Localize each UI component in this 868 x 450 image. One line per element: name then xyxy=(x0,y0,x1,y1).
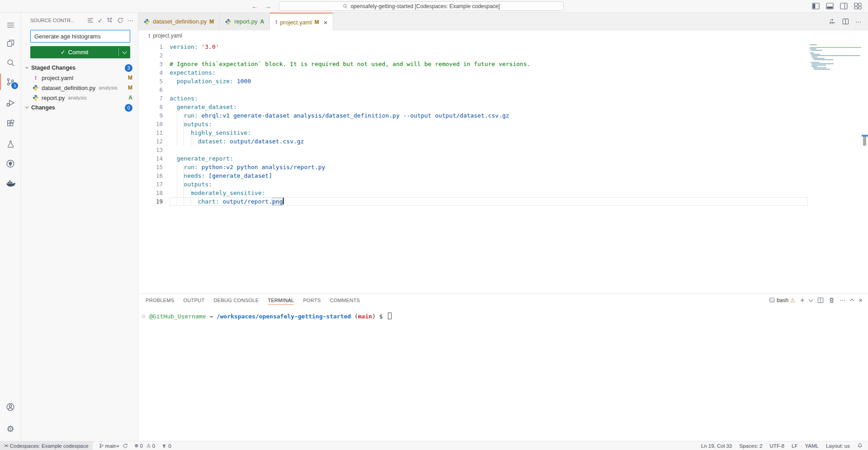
source-control-icon[interactable]: 3 xyxy=(0,73,21,91)
line-number-gutter: 12345678910111213141516171819 xyxy=(138,43,163,206)
editor-tab-project.yaml[interactable]: !project.yamlM× xyxy=(270,13,333,31)
overview-ruler-thumb[interactable] xyxy=(863,137,866,146)
back-arrow-icon[interactable]: ← xyxy=(248,2,261,10)
code-line-8[interactable]: generate_dataset: xyxy=(170,103,808,111)
customize-layout-icon[interactable] xyxy=(854,3,862,9)
commit-check-icon[interactable]: ✓ xyxy=(98,17,103,24)
code-line-2[interactable] xyxy=(170,51,808,60)
settings-gear-icon[interactable]: ⚙ xyxy=(0,420,21,438)
more-actions-icon[interactable]: ⋯ xyxy=(127,17,133,24)
code-line-16[interactable]: needs: [generate_dataset] xyxy=(170,171,808,180)
code-line-17[interactable]: outputs: xyxy=(170,180,808,189)
extensions-icon[interactable] xyxy=(0,114,21,133)
code-line-14[interactable]: generate_report: xyxy=(170,154,808,163)
scm-file-row[interactable]: dataset_definition.pyanalysisM xyxy=(21,83,138,93)
kill-terminal-icon[interactable] xyxy=(829,297,835,303)
commit-message-input[interactable] xyxy=(30,30,130,43)
github-icon[interactable] xyxy=(0,155,21,173)
docker-icon[interactable] xyxy=(0,174,21,192)
code-line-4[interactable]: expectations: xyxy=(170,68,808,77)
open-changes-icon[interactable] xyxy=(829,18,836,25)
scm-group-header[interactable]: Changes0 xyxy=(21,103,138,113)
editor-tab-dataset_definition.py[interactable]: dataset_definition.pyM xyxy=(138,13,220,30)
branch-status-item[interactable]: main+ xyxy=(99,443,128,449)
source-control-badge: 3 xyxy=(11,82,18,89)
close-tab-icon[interactable]: × xyxy=(324,19,328,26)
editor-tab-report.py[interactable]: report.pyA xyxy=(220,13,270,30)
view-as-list-icon[interactable] xyxy=(87,18,94,23)
testing-icon[interactable] xyxy=(0,135,21,153)
split-terminal-icon[interactable] xyxy=(817,297,824,303)
scm-file-row[interactable]: report.pyanalysisA xyxy=(21,93,138,103)
python-file-icon xyxy=(144,19,150,25)
toggle-secondary-sidebar-icon[interactable] xyxy=(840,3,848,9)
code-line-15[interactable]: run: python:v2 python analysis/report.py xyxy=(170,163,808,171)
code-content[interactable]: version: '3.0'# Ignore this`expectation`… xyxy=(170,43,808,206)
magnifier-icon xyxy=(343,4,348,9)
status-item-lf[interactable]: LF xyxy=(792,443,797,449)
code-line-7[interactable]: actions: xyxy=(170,94,808,103)
shell-warning-icon: ⚠ xyxy=(790,297,795,303)
commit-button[interactable]: ✓ Commit xyxy=(30,46,130,58)
forward-arrow-icon[interactable]: → xyxy=(261,2,274,10)
breadcrumb[interactable]: ! project.yaml xyxy=(138,30,868,41)
status-item-layout[interactable]: Layout: us xyxy=(826,443,850,449)
ports-status-item[interactable]: 0 xyxy=(161,443,171,449)
search-icon[interactable] xyxy=(0,53,21,71)
terminal-cursor xyxy=(388,313,392,319)
create-branch-icon[interactable] xyxy=(107,17,113,24)
code-line-9[interactable]: run: ehrql:v1 generate-dataset analysis/… xyxy=(170,111,808,120)
status-item-yaml[interactable]: YAML xyxy=(805,443,818,449)
python-file-icon xyxy=(32,85,39,91)
activity-bar: 3 ⚙ xyxy=(0,13,21,441)
run-and-debug-icon[interactable] xyxy=(0,94,21,112)
split-editor-icon[interactable] xyxy=(842,18,849,25)
panel-tab-debug-console[interactable]: DEBUG CONSOLE xyxy=(214,294,259,306)
python-file-icon xyxy=(32,95,39,101)
code-line-3[interactable]: # Ignore this`expectation` block. It is … xyxy=(170,60,808,68)
panel-tab-comments[interactable]: COMMENTS xyxy=(330,294,360,306)
panel-tab-ports[interactable]: PORTS xyxy=(303,294,321,306)
panel-tab-problems[interactable]: PROBLEMS xyxy=(146,294,175,306)
panel-tab-output[interactable]: OUTPUT xyxy=(184,294,205,306)
new-terminal-icon[interactable]: + xyxy=(800,296,804,304)
editor-more-actions-icon[interactable]: ⋯ xyxy=(855,18,862,25)
menu-icon[interactable] xyxy=(0,16,21,34)
code-line-11[interactable]: highly_sensitive: xyxy=(170,128,808,137)
code-line-18[interactable]: moderately_sensitive: xyxy=(170,189,808,197)
command-center-search[interactable]: opensafely-getting-started [Codespaces: … xyxy=(279,1,564,11)
terminal-shell-chip[interactable]: bash ⚠ xyxy=(769,297,795,303)
notifications-bell-icon[interactable] xyxy=(857,443,863,449)
status-item-utf-8[interactable]: UTF-8 xyxy=(769,443,784,449)
status-item-spaces[interactable]: Spaces: 2 xyxy=(739,443,762,449)
remote-indicator[interactable]: >< Codespaces: Example codespace xyxy=(0,441,93,450)
code-line-10[interactable]: outputs: xyxy=(170,120,808,128)
scm-file-row[interactable]: !project.yamlM xyxy=(21,73,138,83)
code-line-1[interactable]: version: '3.0' xyxy=(170,43,808,51)
bash-terminal-icon xyxy=(769,297,775,303)
panel-tab-terminal[interactable]: TERMINAL xyxy=(268,294,294,306)
status-item-ln[interactable]: Ln 19, Col 33 xyxy=(701,443,732,449)
code-line-19[interactable]: chart: output/report.png xyxy=(170,197,808,206)
problems-status-item[interactable]: ⊗ 0 ⚠ 0 xyxy=(134,443,155,449)
account-icon[interactable] xyxy=(0,398,21,416)
commit-dropdown-button[interactable] xyxy=(119,52,130,53)
code-line-13[interactable] xyxy=(170,146,808,154)
commit-button-label: Commit xyxy=(68,49,89,56)
code-line-6[interactable] xyxy=(170,85,808,94)
code-editor[interactable]: 12345678910111213141516171819 version: '… xyxy=(138,41,868,294)
scm-group-header[interactable]: Staged Changes3 xyxy=(21,63,138,73)
explorer-icon[interactable] xyxy=(0,34,21,52)
toggle-sidebar-icon[interactable] xyxy=(812,3,820,9)
refresh-icon[interactable] xyxy=(117,17,123,24)
code-line-12[interactable]: dataset: output/dataset.csv.gz xyxy=(170,137,808,146)
terminal-dropdown-icon[interactable] xyxy=(809,297,813,302)
terminal[interactable]: @GitHub_Username → /workspaces/opensafel… xyxy=(138,306,868,441)
toggle-panel-icon[interactable] xyxy=(826,3,834,9)
code-line-5[interactable]: population_size: 1000 xyxy=(170,77,808,85)
close-panel-icon[interactable]: × xyxy=(859,296,863,304)
maximize-panel-icon[interactable] xyxy=(850,298,854,303)
minimap[interactable] xyxy=(810,44,861,70)
panel-more-actions-icon[interactable]: ⋯ xyxy=(840,297,845,303)
yaml-file-icon: ! xyxy=(148,32,150,39)
